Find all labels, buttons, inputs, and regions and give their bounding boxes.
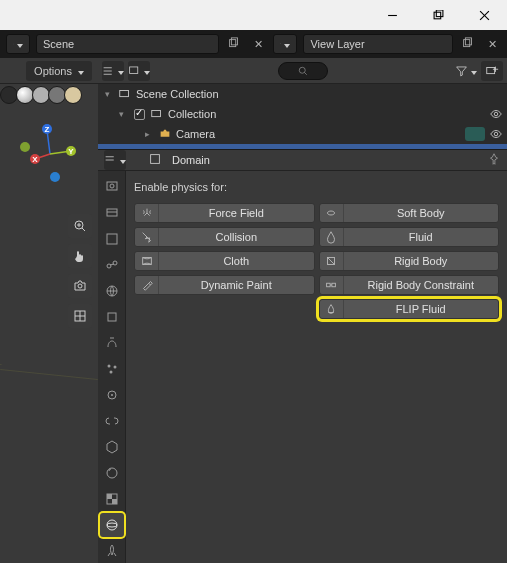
scene-copy-button[interactable] [225,34,243,54]
svg-point-15 [299,67,305,73]
browse-scene-button[interactable] [6,34,30,54]
svg-rect-17 [487,67,495,73]
properties-tab-scene[interactable] [100,253,124,277]
physics-flip-fluid-button[interactable]: FLIP Fluid [319,299,500,319]
fluid-icon [320,228,344,246]
gizmo-axis-X[interactable]: X [30,154,40,164]
properties-tab-particle[interactable] [100,357,124,381]
viewport-zoom-button[interactable] [68,214,92,238]
properties-panel: Enable physics for: Force FieldSoft Body… [98,171,507,563]
viewport-hand-button[interactable] [68,244,92,268]
visibility-toggle[interactable] [485,127,507,141]
physics-collision-button[interactable]: Collision [134,227,315,247]
collection-visibility-icon[interactable] [485,107,507,121]
props-display-button[interactable] [104,150,126,170]
svg-rect-31 [120,91,129,97]
active-object-name: Domain [172,154,210,166]
shading-mode-buttons [0,84,98,104]
rigid-icon [320,252,344,270]
properties-tab-rocket[interactable] [100,539,124,563]
viewport-camera-button[interactable] [68,274,92,298]
display-mode-button[interactable] [102,61,124,81]
new-collection-button[interactable] [481,61,503,81]
gizmo-axis-Z[interactable]: Z [42,124,52,134]
layer-name: View Layer [310,38,364,50]
svg-rect-49 [107,234,117,244]
properties-tab-constraint[interactable] [100,409,124,433]
physics-force-field-button[interactable]: Force Field [134,203,315,223]
physics-rigid-body-button[interactable]: Rigid Body [319,251,500,271]
svg-rect-9 [464,40,470,47]
properties-tab-material[interactable] [100,461,124,485]
options-menu[interactable]: Options [26,61,92,81]
properties-tab-modifier[interactable] [100,331,124,355]
browse-layer-button[interactable] [273,34,297,54]
force-icon [135,204,159,222]
svg-point-57 [113,366,116,369]
scene-delete-button[interactable]: ✕ [249,34,267,54]
gizmo-axis-neg[interactable] [50,172,60,182]
filter-button[interactable] [455,61,477,81]
svg-point-58 [109,371,112,374]
svg-rect-45 [107,182,117,190]
physics-panel: Enable physics for: Force FieldSoft Body… [126,171,507,563]
collection-row[interactable]: ▾ Collection [98,104,507,124]
layer-name-field[interactable]: View Layer [303,34,453,54]
orientation-gizmo[interactable]: ZYX [20,124,80,184]
physics-soft-body-button[interactable]: Soft Body [319,203,500,223]
svg-rect-6 [232,38,238,45]
main-panel-area: ▾ Scene Collection ▾ Collection ▸Camera▸… [98,84,507,563]
properties-tab-output[interactable] [100,201,124,225]
scene-collection-row[interactable]: ▾ Scene Collection [98,84,507,104]
outliner-item-camera[interactable]: ▸Camera [98,124,507,144]
physics-cloth-button[interactable]: Cloth [134,251,315,271]
minimize-button[interactable] [369,0,415,30]
properties-tab-world[interactable] [100,279,124,303]
svg-rect-14 [130,66,138,73]
properties-tab-texture[interactable] [100,487,124,511]
layer-copy-button[interactable] [459,34,477,54]
object-icon [148,152,162,168]
viewport-left-column: ZYX [0,84,98,563]
physics-fluid-button[interactable]: Fluid [319,227,500,247]
svg-point-27 [78,284,82,288]
properties-tabs [98,171,126,563]
collision-icon [135,228,159,246]
properties-tab-data[interactable] [100,435,124,459]
constraint-icon [320,276,344,294]
physics-title: Enable physics for: [134,181,499,193]
properties-tab-render[interactable] [100,175,124,199]
physics-dynamic-paint-button[interactable]: Dynamic Paint [134,275,315,295]
shading-mode-4[interactable] [64,86,82,104]
physics-rigid-body-constraint-button[interactable]: Rigid Body Constraint [319,275,500,295]
svg-rect-1 [434,12,441,19]
svg-rect-32 [152,111,161,117]
view-layer-filter-button[interactable] [128,61,150,81]
outliner-search-field[interactable] [278,62,328,80]
viewport-grid-button[interactable] [68,304,92,328]
svg-point-65 [107,520,117,530]
properties-tab-physics2[interactable] [100,513,124,537]
soft-icon [320,204,344,222]
layer-delete-button[interactable]: ✕ [483,34,501,54]
properties-tab-object[interactable] [100,305,124,329]
scene-name: Scene [43,38,74,50]
properties-header: Domain [98,150,507,171]
maximize-button[interactable] [415,0,461,30]
gizmo-axis-Y[interactable]: Y [66,146,76,156]
svg-rect-70 [332,283,336,287]
properties-tab-physics[interactable] [100,383,124,407]
outliner-toolbar: Options [0,58,507,84]
flip-icon [320,300,344,318]
scene-name-field[interactable]: Scene [36,34,219,54]
svg-line-68 [328,258,335,265]
gizmo-axis-neg[interactable] [20,142,30,152]
close-button[interactable] [461,0,507,30]
properties-tab-view[interactable] [100,227,124,251]
collection-checkbox[interactable] [134,109,145,120]
svg-rect-69 [327,283,331,287]
svg-point-46 [110,184,114,188]
pin-icon[interactable] [487,152,501,168]
camera-badge-icon [465,127,485,141]
viewport-grid-floor [0,364,98,464]
